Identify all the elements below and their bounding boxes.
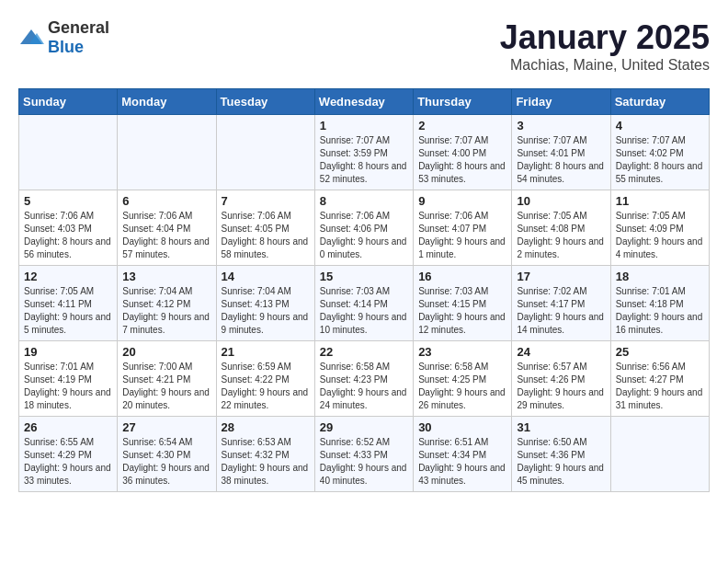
calendar-cell	[118, 115, 216, 190]
weekday-monday: Monday	[118, 89, 216, 115]
day-number: 24	[517, 345, 605, 359]
cell-content: Sunrise: 7:01 AM Sunset: 4:18 PM Dayligh…	[616, 285, 704, 337]
cell-content: Sunrise: 7:05 AM Sunset: 4:11 PM Dayligh…	[24, 285, 112, 337]
calendar-cell: 1Sunrise: 7:07 AM Sunset: 3:59 PM Daylig…	[314, 115, 413, 190]
calendar-cell	[216, 115, 314, 190]
cell-content: Sunrise: 7:00 AM Sunset: 4:21 PM Dayligh…	[122, 361, 210, 412]
cell-content: Sunrise: 7:06 AM Sunset: 4:05 PM Dayligh…	[222, 210, 310, 261]
cell-content: Sunrise: 7:06 AM Sunset: 4:06 PM Dayligh…	[320, 210, 408, 261]
day-number: 2	[418, 119, 506, 132]
day-number: 14	[222, 270, 310, 283]
logo: General Blue	[18, 18, 109, 57]
week-row-3: 12Sunrise: 7:05 AM Sunset: 4:11 PM Dayli…	[19, 266, 710, 341]
cell-content: Sunrise: 6:53 AM Sunset: 4:32 PM Dayligh…	[222, 436, 310, 488]
cell-content: Sunrise: 6:50 AM Sunset: 4:36 PM Dayligh…	[517, 436, 605, 488]
calendar-cell: 23Sunrise: 6:58 AM Sunset: 4:25 PM Dayli…	[414, 341, 512, 417]
cell-content: Sunrise: 6:52 AM Sunset: 4:33 PM Dayligh…	[320, 436, 408, 488]
cell-content: Sunrise: 7:07 AM Sunset: 3:59 PM Dayligh…	[320, 134, 408, 186]
day-number: 19	[24, 345, 112, 359]
calendar-cell: 13Sunrise: 7:04 AM Sunset: 4:12 PM Dayli…	[118, 266, 216, 341]
day-number: 1	[320, 119, 408, 132]
calendar-cell: 14Sunrise: 7:04 AM Sunset: 4:13 PM Dayli…	[216, 266, 314, 341]
calendar-cell: 31Sunrise: 6:50 AM Sunset: 4:36 PM Dayli…	[512, 417, 610, 492]
week-row-2: 5Sunrise: 7:06 AM Sunset: 4:03 PM Daylig…	[19, 190, 710, 266]
weekday-saturday: Saturday	[610, 89, 709, 115]
calendar-cell: 24Sunrise: 6:57 AM Sunset: 4:26 PM Dayli…	[512, 341, 610, 417]
calendar-cell: 6Sunrise: 7:06 AM Sunset: 4:04 PM Daylig…	[118, 190, 216, 266]
day-number: 5	[24, 194, 112, 208]
cell-content: Sunrise: 7:06 AM Sunset: 4:03 PM Dayligh…	[24, 210, 112, 261]
cell-content: Sunrise: 6:55 AM Sunset: 4:29 PM Dayligh…	[24, 436, 112, 488]
calendar-cell: 11Sunrise: 7:05 AM Sunset: 4:09 PM Dayli…	[610, 190, 709, 266]
cell-content: Sunrise: 7:07 AM Sunset: 4:00 PM Dayligh…	[418, 134, 506, 186]
day-number: 22	[320, 345, 408, 359]
cell-content: Sunrise: 7:07 AM Sunset: 4:02 PM Dayligh…	[616, 134, 704, 186]
calendar-cell: 4Sunrise: 7:07 AM Sunset: 4:02 PM Daylig…	[610, 115, 709, 190]
calendar-cell: 10Sunrise: 7:05 AM Sunset: 4:08 PM Dayli…	[512, 190, 610, 266]
calendar-header: SundayMondayTuesdayWednesdayThursdayFrid…	[19, 89, 710, 115]
calendar-cell: 3Sunrise: 7:07 AM Sunset: 4:01 PM Daylig…	[512, 115, 610, 190]
calendar-cell: 16Sunrise: 7:03 AM Sunset: 4:15 PM Dayli…	[414, 266, 512, 341]
weekday-header-row: SundayMondayTuesdayWednesdayThursdayFrid…	[19, 89, 710, 115]
calendar-cell: 21Sunrise: 6:59 AM Sunset: 4:22 PM Dayli…	[216, 341, 314, 417]
weekday-sunday: Sunday	[19, 89, 118, 115]
calendar-cell: 17Sunrise: 7:02 AM Sunset: 4:17 PM Dayli…	[512, 266, 610, 341]
day-number: 6	[122, 194, 210, 208]
calendar-cell: 25Sunrise: 6:56 AM Sunset: 4:27 PM Dayli…	[610, 341, 709, 417]
logo-text: General Blue	[48, 18, 109, 57]
calendar-cell: 20Sunrise: 7:00 AM Sunset: 4:21 PM Dayli…	[118, 341, 216, 417]
day-number: 27	[122, 420, 210, 434]
calendar-cell: 19Sunrise: 7:01 AM Sunset: 4:19 PM Dayli…	[19, 341, 118, 417]
day-number: 3	[517, 119, 605, 132]
day-number: 20	[122, 345, 210, 359]
cell-content: Sunrise: 7:05 AM Sunset: 4:09 PM Dayligh…	[616, 210, 704, 261]
cell-content: Sunrise: 7:05 AM Sunset: 4:08 PM Dayligh…	[517, 210, 605, 261]
calendar-cell: 22Sunrise: 6:58 AM Sunset: 4:23 PM Dayli…	[314, 341, 413, 417]
day-number: 26	[24, 420, 112, 434]
day-number: 21	[222, 345, 310, 359]
day-number: 4	[616, 119, 704, 132]
weekday-wednesday: Wednesday	[314, 89, 413, 115]
calendar-cell: 26Sunrise: 6:55 AM Sunset: 4:29 PM Dayli…	[19, 417, 118, 492]
calendar-cell: 9Sunrise: 7:06 AM Sunset: 4:07 PM Daylig…	[414, 190, 512, 266]
weekday-thursday: Thursday	[414, 89, 512, 115]
week-row-5: 26Sunrise: 6:55 AM Sunset: 4:29 PM Dayli…	[19, 417, 710, 492]
day-number: 28	[222, 420, 310, 434]
cell-content: Sunrise: 7:06 AM Sunset: 4:07 PM Dayligh…	[418, 210, 506, 261]
calendar-cell: 2Sunrise: 7:07 AM Sunset: 4:00 PM Daylig…	[414, 115, 512, 190]
day-number: 8	[320, 194, 408, 208]
calendar-cell: 18Sunrise: 7:01 AM Sunset: 4:18 PM Dayli…	[610, 266, 709, 341]
day-number: 30	[418, 420, 506, 434]
cell-content: Sunrise: 6:59 AM Sunset: 4:22 PM Dayligh…	[222, 361, 310, 412]
week-row-1: 1Sunrise: 7:07 AM Sunset: 3:59 PM Daylig…	[19, 115, 710, 190]
day-number: 9	[418, 194, 506, 208]
cell-content: Sunrise: 7:07 AM Sunset: 4:01 PM Dayligh…	[517, 134, 605, 186]
logo-general: General	[48, 18, 109, 37]
calendar-cell	[19, 115, 118, 190]
day-number: 13	[122, 270, 210, 283]
day-number: 15	[320, 270, 408, 283]
day-number: 17	[517, 270, 605, 283]
calendar-cell: 7Sunrise: 7:06 AM Sunset: 4:05 PM Daylig…	[216, 190, 314, 266]
day-number: 12	[24, 270, 112, 283]
page-header: General Blue January 2025 Machias, Maine…	[18, 18, 710, 74]
calendar-cell: 8Sunrise: 7:06 AM Sunset: 4:06 PM Daylig…	[314, 190, 413, 266]
location-title: Machias, Maine, United States	[500, 57, 710, 74]
weekday-tuesday: Tuesday	[216, 89, 314, 115]
day-number: 31	[517, 420, 605, 434]
cell-content: Sunrise: 6:56 AM Sunset: 4:27 PM Dayligh…	[616, 361, 704, 412]
cell-content: Sunrise: 7:02 AM Sunset: 4:17 PM Dayligh…	[517, 285, 605, 337]
cell-content: Sunrise: 7:01 AM Sunset: 4:19 PM Dayligh…	[24, 361, 112, 412]
cell-content: Sunrise: 7:03 AM Sunset: 4:14 PM Dayligh…	[320, 285, 408, 337]
cell-content: Sunrise: 6:58 AM Sunset: 4:25 PM Dayligh…	[418, 361, 506, 412]
calendar-cell: 30Sunrise: 6:51 AM Sunset: 4:34 PM Dayli…	[414, 417, 512, 492]
day-number: 18	[616, 270, 704, 283]
day-number: 11	[616, 194, 704, 208]
cell-content: Sunrise: 7:04 AM Sunset: 4:13 PM Dayligh…	[222, 285, 310, 337]
calendar-cell: 29Sunrise: 6:52 AM Sunset: 4:33 PM Dayli…	[314, 417, 413, 492]
day-number: 25	[616, 345, 704, 359]
calendar-body: 1Sunrise: 7:07 AM Sunset: 3:59 PM Daylig…	[19, 115, 710, 492]
cell-content: Sunrise: 6:51 AM Sunset: 4:34 PM Dayligh…	[418, 436, 506, 488]
month-title: January 2025	[500, 18, 710, 57]
calendar-cell: 5Sunrise: 7:06 AM Sunset: 4:03 PM Daylig…	[19, 190, 118, 266]
